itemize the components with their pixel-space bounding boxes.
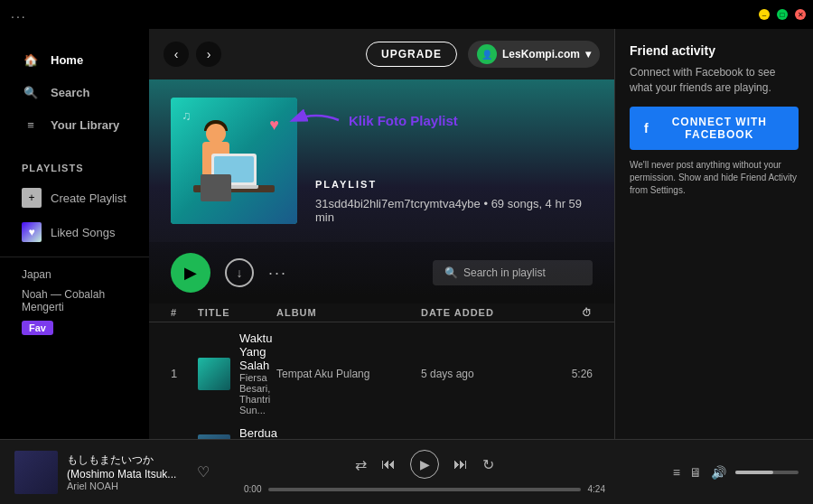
noah-label: Noah — Cobalah Mengerti bbox=[0, 285, 149, 315]
player-controls: ⇄ ⏮ ▶ ⏭ ↻ bbox=[355, 450, 494, 479]
minimize-button[interactable]: – bbox=[759, 9, 770, 20]
liked-songs-item[interactable]: ♥ Liked Songs bbox=[0, 215, 149, 249]
progress-bar[interactable] bbox=[268, 488, 580, 491]
upgrade-button[interactable]: UPGRADE bbox=[366, 42, 457, 67]
now-playing-bar: もしもまたいつか (Moshimo Mata Itsuk... Ariel NO… bbox=[0, 439, 813, 504]
previous-button[interactable]: ⏮ bbox=[381, 456, 396, 472]
track-thumbnail-1 bbox=[198, 358, 230, 390]
duration-header-icon: ⏱ bbox=[538, 307, 593, 318]
maximize-button[interactable]: □ bbox=[777, 9, 788, 20]
connect-facebook-button[interactable]: f CONNECT WITH FACEBOOK bbox=[630, 107, 799, 150]
volume-bar[interactable] bbox=[735, 471, 799, 474]
shuffle-button[interactable]: ⇄ bbox=[355, 456, 367, 473]
more-options-button[interactable]: ··· bbox=[268, 264, 287, 283]
topbar: ‹ › UPGRADE 👤 LesKompi.com ▾ bbox=[149, 29, 614, 79]
now-playing-left: もしもまたいつか (Moshimo Mata Itsuk... Ariel NO… bbox=[14, 451, 213, 494]
sidebar-item-library[interactable]: ≡ Your Library bbox=[11, 108, 138, 141]
now-playing-right: ≡ 🖥 🔊 bbox=[636, 465, 799, 480]
like-track-button[interactable]: ♡ bbox=[193, 460, 213, 484]
liked-songs-icon: ♥ bbox=[22, 222, 42, 242]
annotation-arrow bbox=[289, 107, 343, 134]
table-row[interactable]: 2 Berdua Saja Payung Teduh... Dunia Bata… bbox=[149, 421, 614, 439]
queue-icon[interactable]: ≡ bbox=[673, 465, 680, 480]
chair-deco bbox=[201, 174, 231, 201]
playlist-info: PLAYLIST 31sdd4bi2hli7em7tcrymtva4ybe • … bbox=[315, 143, 593, 224]
track-list-header: # TITLE ALBUM DATE ADDED ⏱ bbox=[149, 303, 614, 322]
titlebar: ··· – □ ✕ bbox=[0, 0, 813, 29]
search-playlist-container[interactable]: 🔍 bbox=[433, 260, 593, 285]
sidebar-item-search[interactable]: 🔍 Search bbox=[11, 76, 138, 108]
volume-icon[interactable]: 🔊 bbox=[711, 465, 726, 480]
search-playlist-input[interactable] bbox=[463, 266, 581, 279]
back-button[interactable]: ‹ bbox=[164, 42, 189, 67]
close-button[interactable]: ✕ bbox=[795, 9, 806, 20]
playlists-section-title: PLAYLISTS bbox=[0, 148, 149, 181]
track-info-2: Berdua Saja Payung Teduh... bbox=[198, 426, 277, 439]
home-icon: 🏠 bbox=[22, 51, 40, 69]
sidebar-item-home[interactable]: 🏠 Home bbox=[11, 43, 138, 76]
table-row[interactable]: 1 Waktu Yang Salah Fiersa Besari, Thantr… bbox=[149, 326, 614, 421]
fb-disclaimer: We'll never post anything without your p… bbox=[630, 159, 799, 197]
cover-art: ♫ ♥ bbox=[171, 98, 297, 224]
window-controls: – □ ✕ bbox=[759, 9, 806, 20]
user-menu-button[interactable]: 👤 LesKompi.com ▾ bbox=[468, 41, 600, 68]
forward-button[interactable]: › bbox=[196, 42, 221, 67]
now-playing-info: もしもまたいつか (Moshimo Mata Itsuk... Ariel NO… bbox=[67, 453, 184, 491]
sidebar-divider bbox=[0, 257, 149, 257]
play-pause-button[interactable]: ▶ bbox=[410, 450, 439, 479]
app-body: 🏠 Home 🔍 Search ≡ Your Library PLAYLISTS… bbox=[0, 29, 813, 439]
annotation: Klik Foto Playlist bbox=[289, 107, 458, 134]
now-playing-center: ⇄ ⏮ ▶ ⏭ ↻ 0:00 4:24 bbox=[213, 450, 636, 494]
japan-label: Japan bbox=[0, 265, 149, 285]
playlist-type-label: PLAYLIST bbox=[315, 179, 593, 190]
device-icon[interactable]: 🖥 bbox=[689, 465, 702, 480]
playlist-id: 31sdd4bi2hli7em7tcrymtva4ybe • 69 songs,… bbox=[315, 197, 593, 224]
facebook-icon: f bbox=[644, 121, 649, 135]
next-button[interactable]: ⏭ bbox=[453, 456, 468, 472]
friend-activity-desc: Connect with Facebook to see what your f… bbox=[630, 65, 799, 96]
playlist-header: ♫ ♥ bbox=[149, 79, 614, 242]
playlist-toolbar: ▶ ↓ ··· 🔍 bbox=[149, 242, 614, 303]
search-icon-small: 🔍 bbox=[444, 266, 458, 279]
fav-badge[interactable]: Fav bbox=[22, 321, 53, 335]
create-playlist-icon: + bbox=[22, 188, 42, 208]
friend-activity-title: Friend activity bbox=[630, 43, 799, 58]
user-avatar: 👤 bbox=[477, 44, 497, 64]
create-playlist-item[interactable]: + Create Playlist bbox=[0, 181, 149, 215]
content-wrapper: ‹ › UPGRADE 👤 LesKompi.com ▾ bbox=[149, 29, 813, 439]
track-info-1: Waktu Yang Salah Fiersa Besari, Thantri … bbox=[198, 331, 276, 415]
volume-fill bbox=[735, 471, 773, 474]
person-illustration bbox=[184, 111, 284, 210]
repeat-button[interactable]: ↻ bbox=[482, 456, 494, 473]
library-icon: ≡ bbox=[22, 116, 40, 134]
sidebar-nav: 🏠 Home 🔍 Search ≡ Your Library bbox=[0, 36, 149, 148]
playlist-cover[interactable]: ♫ ♥ bbox=[171, 98, 297, 224]
topbar-right: UPGRADE 👤 LesKompi.com ▾ bbox=[366, 41, 600, 68]
head-deco bbox=[206, 124, 226, 144]
annotation-text: Klik Foto Playlist bbox=[349, 113, 458, 128]
download-button[interactable]: ↓ bbox=[225, 258, 254, 287]
app-menu-dots[interactable]: ··· bbox=[11, 9, 27, 23]
friend-activity-panel: Friend activity Connect with Facebook to… bbox=[614, 29, 813, 439]
main-content: ♫ ♥ bbox=[149, 79, 614, 439]
play-button[interactable]: ▶ bbox=[171, 253, 210, 293]
search-icon: 🔍 bbox=[22, 83, 40, 101]
nav-arrows: ‹ › bbox=[164, 42, 221, 67]
now-playing-thumbnail bbox=[14, 451, 58, 494]
sidebar: 🏠 Home 🔍 Search ≡ Your Library PLAYLISTS… bbox=[0, 29, 149, 439]
progress-bar-wrapper: 0:00 4:24 bbox=[244, 484, 605, 494]
